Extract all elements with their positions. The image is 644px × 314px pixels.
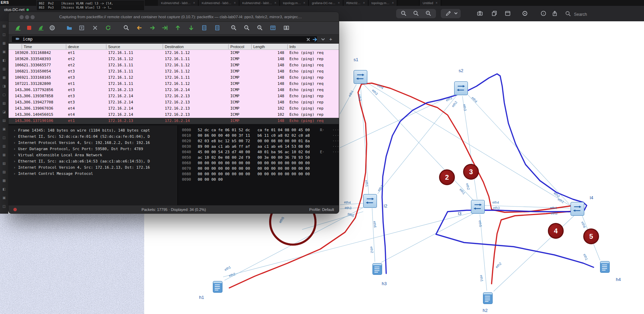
status-profile[interactable]: Profile: Default xyxy=(309,205,334,214)
expander-icon[interactable]: › xyxy=(13,153,16,157)
detail-line[interactable]: ›Virtual eXtensible Local Area Network xyxy=(13,153,102,157)
expander-icon[interactable]: › xyxy=(13,159,16,164)
editor-tab[interactable]: grafana-DC-ne…× xyxy=(309,0,343,6)
dock-icon[interactable]: ▤ xyxy=(0,24,8,28)
capture-options-button[interactable] xyxy=(49,24,56,32)
detail-line[interactable]: ›Frame 14345: 148 bytes on wire (1184 bi… xyxy=(13,128,150,133)
find-packet-button[interactable] xyxy=(123,24,130,32)
column-separator[interactable] xyxy=(22,44,22,49)
dock-icon[interactable]: ▧ xyxy=(0,161,8,166)
resize-columns-button[interactable] xyxy=(269,24,277,32)
step-badge-3[interactable]: 3 xyxy=(463,164,479,180)
zoom-in-icon[interactable]: + xyxy=(425,10,432,17)
hex-line[interactable]: 009000 00 00 00 xyxy=(178,177,339,182)
node-l4[interactable] xyxy=(571,202,584,216)
packet-list-header[interactable]: TimedeviceSourceDestinationProtocolLengt… xyxy=(9,44,339,50)
dock-icon[interactable]: ▨ xyxy=(0,170,8,174)
detail-line[interactable]: ›Internet Protocol Version 4, Src: 172.1… xyxy=(13,165,150,170)
close-window-button[interactable] xyxy=(20,15,24,19)
packet-row[interactable]: 143…306.140456015et4172.16.2.14172.16.2.… xyxy=(9,112,339,118)
packet-row[interactable]: 143…306.139067036et4172.16.2.14172.16.2.… xyxy=(9,105,339,112)
packet-row[interactable]: 143…306.137190106et1172.16.2.13172.16.2.… xyxy=(9,118,339,124)
tab-close-icon[interactable]: × xyxy=(338,1,340,5)
step-badge-5[interactable]: 5 xyxy=(583,228,599,244)
go-last-button[interactable] xyxy=(188,24,195,32)
dock-icon[interactable]: ◨ xyxy=(0,84,8,88)
tab-close-icon[interactable]: × xyxy=(274,1,276,5)
stop-capture-button[interactable] xyxy=(26,24,33,32)
tab-close-icon[interactable]: × xyxy=(436,1,438,5)
filter-add-button[interactable]: + xyxy=(329,35,332,44)
hex-line[interactable]: 003089 00 aa c1 ab a6 ff afaa c1 ab e6 1… xyxy=(178,144,339,149)
packet-row[interactable]: 107221.331282800et1172.16.1.11172.16.1.1… xyxy=(9,81,339,87)
open-window-icon[interactable] xyxy=(504,10,511,17)
dock-icon[interactable]: ▣ xyxy=(0,127,8,131)
hex-line[interactable]: 000052 dc ca fe 06 01 52 dcca fe 01 04 0… xyxy=(178,127,339,133)
editor-tab[interactable]: Untitled× xyxy=(419,0,441,6)
zoom-in-button[interactable]: + xyxy=(230,24,238,32)
hex-line[interactable]: 006000 00 00 00 00 00 00 0000 00 00 00 0… xyxy=(178,160,339,166)
packet-row[interactable]: 103020.331168842et1172.16.1.11172.16.1.1… xyxy=(9,50,339,56)
chevron-down-icon[interactable] xyxy=(452,10,459,17)
column-header[interactable]: Time xyxy=(24,44,32,50)
node-s2[interactable] xyxy=(454,81,468,95)
copy-icon[interactable] xyxy=(491,10,498,17)
dock-icon[interactable]: ▣ xyxy=(0,196,8,200)
column-separator[interactable] xyxy=(106,44,106,49)
zoom-100-button[interactable]: 1 xyxy=(256,24,264,32)
dock-icon[interactable]: ◫ xyxy=(0,136,8,140)
go-to-packet-button[interactable] xyxy=(161,24,169,32)
expander-icon[interactable]: › xyxy=(13,171,16,176)
screenshot-icon[interactable] xyxy=(476,10,483,17)
tab-close-icon[interactable]: × xyxy=(303,1,306,5)
node-l2[interactable] xyxy=(363,194,377,208)
column-header[interactable]: Length xyxy=(253,44,265,50)
hex-line[interactable]: 004045 00 00 54 23 d7 40 0040 01 ba 96 a… xyxy=(178,149,339,155)
detail-line[interactable]: ›Ethernet II, Src: 52:dc:ca:fe:01:04 (52… xyxy=(13,134,150,139)
node-l3[interactable] xyxy=(471,200,485,214)
expander-icon[interactable]: › xyxy=(13,147,16,151)
tab-close-icon[interactable]: × xyxy=(234,1,236,5)
auto-scroll-button[interactable] xyxy=(201,24,208,32)
dock-icon[interactable]: ▤ xyxy=(0,119,8,123)
dock-icon[interactable]: ▥ xyxy=(0,144,8,148)
info-icon[interactable]: i xyxy=(540,10,547,17)
editor-tab[interactable]: RbNc02…× xyxy=(343,0,368,6)
column-separator[interactable] xyxy=(287,44,288,49)
save-file-button[interactable] xyxy=(78,24,86,32)
column-header[interactable]: Source xyxy=(108,44,120,50)
column-separator[interactable] xyxy=(163,44,163,49)
dock-icon[interactable]: ▦ xyxy=(0,41,8,45)
dock-icon[interactable]: ◫ xyxy=(0,204,8,209)
dock-icon[interactable]: ◧ xyxy=(0,58,8,63)
dock-icon[interactable]: ◪ xyxy=(0,110,8,114)
detail-line[interactable]: ›Internet Protocol Version 4, Src: 192.1… xyxy=(13,141,150,145)
hex-line[interactable]: 0050ac 10 02 0e 08 00 2d f900 3e 00 00 3… xyxy=(178,155,339,160)
start-capture-button[interactable] xyxy=(14,24,22,32)
packet-row[interactable]: 106921.333168165et3172.16.1.12172.16.1.1… xyxy=(9,75,339,81)
packet-row[interactable]: 143…306.137792856et3172.16.2.13172.16.2.… xyxy=(9,87,339,93)
column-separator[interactable] xyxy=(251,44,252,49)
search-field[interactable]: Search xyxy=(565,10,587,18)
colorize-button[interactable] xyxy=(214,24,221,32)
hex-line[interactable]: 007000 00 00 00 00 00 00 0000 00 00 00 0… xyxy=(178,166,339,171)
editor-tab[interactable]: KubNetAttNd - lab0…× xyxy=(239,0,280,6)
packet-row[interactable]: 103620.333548393et2172.16.1.12172.16.1.1… xyxy=(9,56,339,62)
hex-line[interactable]: 002002 03 e8 bc 12 b5 00 7200 00 08 00 0… xyxy=(178,138,339,144)
dock-icon[interactable]: ▢ xyxy=(0,93,8,97)
go-back-button[interactable] xyxy=(136,24,143,32)
hex-line[interactable]: 008000 00 00 00 00 00 00 0000 00 00 00 0… xyxy=(178,171,339,177)
packet-row[interactable]: 143…306.139387858et3172.16.2.14172.16.2.… xyxy=(9,93,339,99)
dock-icon[interactable]: ▩ xyxy=(0,76,8,80)
columns-12-button[interactable]: 12 xyxy=(283,24,290,32)
detail-line[interactable]: ›Ethernet II, Src: aa:c1:ab:e6:14:53 (aa… xyxy=(13,159,150,164)
zoom-out-button[interactable]: − xyxy=(243,24,251,32)
column-header[interactable]: Info xyxy=(289,44,296,50)
tab-close-icon[interactable]: × xyxy=(392,1,394,5)
filter-apply-icon[interactable] xyxy=(312,36,319,43)
column-header[interactable]: Destination xyxy=(165,44,184,50)
go-forward-button[interactable] xyxy=(149,24,157,32)
annotate-pencil-icon[interactable] xyxy=(445,10,452,17)
display-filter-input[interactable]: icmp xyxy=(11,36,318,43)
editor-tab[interactable]: KubNetAttNd - lab0…× xyxy=(158,0,198,6)
